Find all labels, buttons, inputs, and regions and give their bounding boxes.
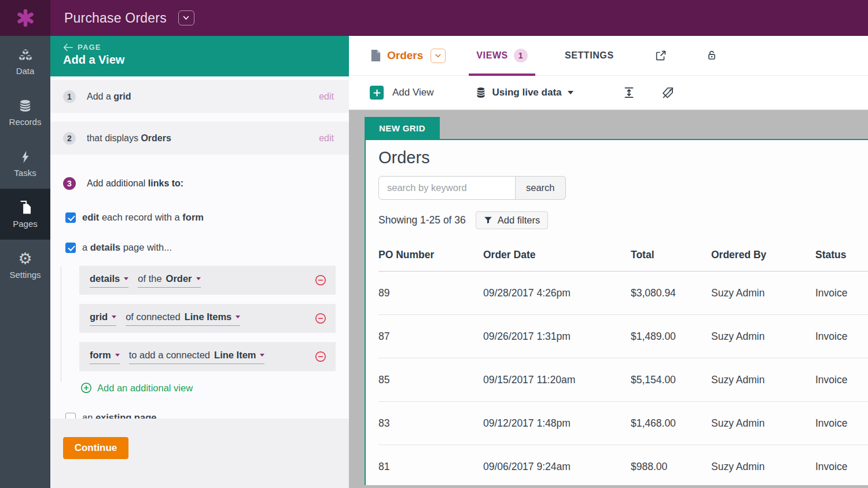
table-cell: Suzy Admin xyxy=(711,358,815,402)
view-row-grid: grid of connected Line Items xyxy=(79,304,336,333)
remove-view-button[interactable] xyxy=(315,313,326,324)
checkbox[interactable] xyxy=(65,212,76,223)
caret-down-icon xyxy=(236,315,240,318)
remove-view-button[interactable] xyxy=(315,274,326,286)
database-icon xyxy=(17,98,33,113)
page-security-button[interactable] xyxy=(705,49,718,62)
sidebar-item-records[interactable]: Records xyxy=(0,87,50,138)
table-cell: 81 xyxy=(378,445,483,486)
view-target-dropdown[interactable]: of connected Line Items xyxy=(126,311,240,326)
table-cell: $1,468.00 xyxy=(631,402,711,445)
checkbox-details-page[interactable]: a details page with... xyxy=(65,242,349,253)
view-type-dropdown[interactable]: details xyxy=(90,273,128,288)
minus-circle-icon xyxy=(315,313,326,324)
add-additional-view-label: Add an additional view xyxy=(97,383,193,394)
tag-slash-icon xyxy=(661,86,675,100)
sidebar-item-pages[interactable]: Pages xyxy=(0,189,50,240)
table-cell: Invoice xyxy=(815,271,868,315)
remove-view-button[interactable] xyxy=(315,351,326,362)
table-cell: 09/26/2017 1:31pm xyxy=(483,315,631,358)
top-bar: Purchase Orders xyxy=(0,0,868,36)
step-text: Add a grid xyxy=(87,91,131,102)
add-additional-view-link[interactable]: Add an additional view xyxy=(80,382,336,394)
tab-settings[interactable]: SETTINGS xyxy=(565,36,614,76)
views-count-badge: 1 xyxy=(514,49,528,63)
table-cell: Invoice xyxy=(815,402,868,445)
caret-down-icon xyxy=(124,277,128,280)
table-row[interactable]: 8909/28/2017 4:26pm$3,080.94Suzy AdminIn… xyxy=(378,271,868,315)
checkbox[interactable] xyxy=(65,243,76,253)
column-header-ordered-by[interactable]: Ordered By xyxy=(711,243,815,271)
sidebar-item-settings[interactable]: ⚙ Settings xyxy=(0,240,50,291)
orders-table: PO Number Order Date Total Ordered By St… xyxy=(378,243,868,485)
page-tab-label: Orders xyxy=(387,49,423,62)
edit-step-1-link[interactable]: edit xyxy=(319,91,334,102)
open-live-app-button[interactable] xyxy=(654,49,667,62)
edit-step-2-link[interactable]: edit xyxy=(319,133,334,144)
sidebar-item-label: Pages xyxy=(13,219,38,229)
view-target-dropdown[interactable]: to add a connected Line Item xyxy=(129,350,265,364)
caret-down-icon xyxy=(568,91,573,94)
page-tab-orders[interactable]: Orders xyxy=(370,49,423,62)
add-view-button[interactable]: Add View xyxy=(370,86,434,100)
grid-view-panel[interactable]: Orders search Showing 1-25 of 36 Add fil… xyxy=(365,139,868,485)
step-number: 1 xyxy=(63,90,76,103)
table-cell: 09/06/2017 9:24am xyxy=(483,445,631,486)
table-cell: 83 xyxy=(378,402,483,445)
table-cell: Invoice xyxy=(815,315,868,358)
table-row[interactable]: 8109/06/2017 9:24am$988.00Suzy AdminInvo… xyxy=(378,445,868,486)
table-cell: Invoice xyxy=(815,445,868,486)
work-area: Orders VIEWS 1 SETTINGS xyxy=(349,36,868,488)
main-sidebar: Data Records Tasks Pages ⚙ Settings xyxy=(0,36,50,488)
table-cell: $988.00 xyxy=(631,445,711,486)
checkbox-edit-form[interactable]: edit each record with a form xyxy=(65,212,349,223)
showing-count: Showing 1-25 of 36 xyxy=(378,214,466,226)
app-title-dropdown[interactable] xyxy=(178,10,194,25)
table-row[interactable]: 8509/15/2017 11:20am$5,154.00Suzy AdminI… xyxy=(378,358,868,402)
sidebar-item-label: Data xyxy=(16,66,35,76)
app-logo[interactable] xyxy=(0,0,50,36)
continue-button[interactable]: Continue xyxy=(63,437,128,459)
tab-views[interactable]: VIEWS 1 xyxy=(476,36,528,76)
app-title: Purchase Orders xyxy=(64,10,167,26)
table-cell: $1,489.00 xyxy=(631,315,711,358)
table-header-row: PO Number Order Date Total Ordered By St… xyxy=(378,243,868,271)
column-header-total[interactable]: Total xyxy=(631,243,711,271)
view-type-dropdown[interactable]: form xyxy=(90,350,120,364)
view-target-dropdown[interactable]: of the Order xyxy=(138,273,200,288)
page-tab-dropdown[interactable] xyxy=(431,49,446,63)
column-header-po-number[interactable]: PO Number xyxy=(378,243,483,271)
table-row[interactable]: 8709/26/2017 1:31pm$1,489.00Suzy AdminIn… xyxy=(378,315,868,358)
database-icon xyxy=(475,86,487,99)
caret-down-icon xyxy=(112,315,116,318)
row-height-button[interactable] xyxy=(622,86,636,100)
column-header-order-date[interactable]: Order Date xyxy=(483,243,631,271)
views-toolbar: Add View Using live data xyxy=(349,76,868,110)
hide-labels-button[interactable] xyxy=(661,86,675,100)
panel-title: Add a View xyxy=(63,53,349,67)
table-cell: Suzy Admin xyxy=(711,271,815,315)
search-button[interactable]: search xyxy=(516,176,566,200)
back-to-page-link[interactable]: PAGE xyxy=(63,43,349,52)
data-source-dropdown[interactable]: Using live data xyxy=(475,86,573,99)
table-cell: 85 xyxy=(378,358,483,402)
table-cell: 89 xyxy=(378,271,483,315)
funnel-icon xyxy=(484,216,492,225)
new-grid-tab[interactable]: NEW GRID xyxy=(365,117,440,139)
sidebar-item-tasks[interactable]: Tasks xyxy=(0,138,50,189)
add-filters-button[interactable]: Add filters xyxy=(476,211,548,229)
step-text: Add additional links to: xyxy=(87,178,183,189)
view-row-details: details of the Order xyxy=(79,266,336,295)
view-row-form: form to add a connected Line Item xyxy=(79,342,336,371)
back-arrow-icon xyxy=(63,43,73,52)
table-row[interactable]: 8309/12/2017 1:48pm$1,468.00Suzy AdminIn… xyxy=(378,402,868,445)
search-input[interactable] xyxy=(378,176,516,200)
add-filters-label: Add filters xyxy=(498,215,540,226)
column-header-status[interactable]: Status xyxy=(815,243,868,271)
sidebar-item-label: Tasks xyxy=(14,168,36,178)
builder-panel-footer: Continue xyxy=(50,419,349,488)
table-cell: Suzy Admin xyxy=(711,445,815,486)
sidebar-item-data[interactable]: Data xyxy=(0,36,50,87)
view-type-dropdown[interactable]: grid xyxy=(90,311,116,326)
caret-down-icon xyxy=(260,354,264,357)
